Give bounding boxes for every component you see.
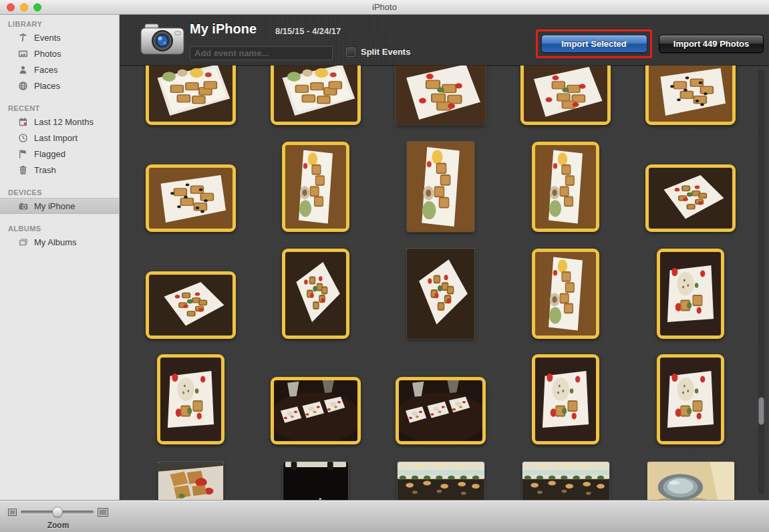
photo-thumbnail-waffle-cream[interactable]: [657, 354, 724, 444]
photo-thumbnail-waffle-skewers[interactable]: [146, 271, 236, 339]
person-icon: [17, 64, 29, 75]
photo-cell: [628, 65, 753, 125]
sidebar-section-library: LIBRARYEventsPhotosFacesPlaces: [0, 20, 119, 94]
photo-small-icon[interactable]: [8, 509, 17, 516]
photo-thumbnail-three-plates[interactable]: [271, 377, 361, 444]
split-events-label: Split Events: [361, 47, 410, 57]
sidebar-section-albums: ALBUMSMy Albums: [0, 225, 119, 250]
photo-thumbnail-waffle-icecream[interactable]: [532, 142, 599, 232]
sidebar-item-label: My iPhone: [34, 201, 75, 211]
photo-thumbnail-waffle-skewers[interactable]: [407, 249, 474, 339]
minimize-button[interactable]: [20, 3, 28, 11]
photo-thumbnail-latte[interactable]: [647, 462, 734, 500]
device-title: My iPhone: [190, 21, 257, 37]
sidebar-item-label: Trash: [34, 165, 56, 175]
camera-icon: [17, 201, 29, 211]
photo-thumbnail-waffle-platter[interactable]: [146, 65, 236, 125]
import-header: My iPhone 8/15/15 - 4/24/17 Split Events…: [120, 15, 769, 65]
photo-row: [128, 125, 753, 232]
scrollbar-thumb[interactable]: [758, 397, 764, 425]
photo-thumbnail-waffle-cream[interactable]: [657, 249, 724, 339]
photo-icon: [17, 48, 29, 59]
photo-thumbnail-waffle-cream[interactable]: [157, 354, 224, 444]
sidebar-item-last-12-months[interactable]: Last 12 Months: [0, 114, 119, 130]
sidebar-section-devices: DEVICESMy iPhone: [0, 188, 119, 214]
sidebar-section-header: LIBRARY: [0, 20, 119, 29]
sidebar-item-label: Photos: [34, 49, 61, 59]
photo-cell: [128, 125, 253, 232]
photo-cell: [378, 65, 503, 125]
photo-thumbnail-dark-interior[interactable]: [283, 462, 348, 500]
sidebar-item-last-import[interactable]: Last Import: [0, 130, 119, 146]
zoom-control: Zoom: [8, 505, 108, 530]
photo-cell: [253, 339, 378, 444]
scrollbar[interactable]: [758, 70, 764, 495]
titlebar: iPhoto: [0, 0, 769, 15]
event-name-input[interactable]: [190, 46, 333, 60]
sidebar-item-label: Faces: [34, 65, 57, 75]
zoom-window-button[interactable]: [33, 3, 41, 11]
sidebar-item-flagged[interactable]: Flagged: [0, 146, 119, 162]
sidebar-item-events[interactable]: Events: [0, 29, 119, 45]
photo-thumbnail-restaurant[interactable]: [398, 462, 484, 500]
photo-thumbnail-waffle-cream[interactable]: [532, 354, 599, 444]
photo-cell: [628, 232, 753, 339]
sidebar-section-header: RECENT: [0, 104, 119, 114]
sidebar-item-places[interactable]: Places: [0, 78, 119, 94]
sidebar-item-label: My Albums: [34, 237, 77, 247]
sidebar-item-trash[interactable]: Trash: [0, 162, 119, 178]
flag-icon: [17, 148, 29, 159]
sidebar-item-faces[interactable]: Faces: [0, 61, 119, 78]
photo-thumbnail-waffle-icecream[interactable]: [407, 142, 474, 232]
photo-thumbnail-waffle-berries[interactable]: [396, 65, 486, 125]
photo-thumbnail-waffle-blueberry[interactable]: [146, 164, 236, 232]
photo-thumbnail-waffle-skewers[interactable]: [645, 164, 736, 232]
split-events-checkbox[interactable]: [346, 47, 355, 57]
photo-thumbnail-waffle-icecream[interactable]: [282, 142, 349, 232]
sidebar-item-label: Flagged: [34, 149, 65, 159]
sidebar-section-header: DEVICES: [0, 188, 119, 198]
photo-cell: [128, 232, 253, 339]
window-title: iPhoto: [372, 2, 397, 12]
photo-row: [128, 444, 753, 500]
photo-thumbnail-waffle-platter[interactable]: [271, 65, 361, 125]
photo-thumbnail-three-plates[interactable]: [396, 377, 486, 444]
device-camera-icon: [140, 23, 184, 55]
photo-cell: [253, 232, 378, 339]
annotation-red-box: Import Selected: [536, 29, 652, 58]
photo-thumbnail-waffle-skewers[interactable]: [282, 249, 349, 339]
bottom-toolbar: Zoom: [0, 500, 769, 532]
sidebar-item-label: Last 12 Months: [34, 117, 94, 127]
photo-row: [128, 339, 753, 444]
sidebar-item-label: Places: [34, 81, 60, 91]
close-button[interactable]: [7, 3, 15, 11]
photo-thumbnail-waffle-blueberry[interactable]: [645, 65, 736, 125]
photo-cell: [253, 462, 378, 500]
photo-thumbnail-waffle-berries[interactable]: [520, 65, 611, 125]
photo-cell: [628, 125, 753, 232]
sidebar-item-photos[interactable]: Photos: [0, 45, 119, 61]
zoom-slider-thumb[interactable]: [52, 507, 63, 517]
calendar-icon: [17, 116, 29, 127]
photo-thumbnail-waffle-icecream[interactable]: [532, 249, 599, 339]
sidebar-section-header: ALBUMS: [0, 225, 119, 234]
photo-cell: [503, 339, 628, 444]
sidebar: LIBRARYEventsPhotosFacesPlacesRECENTLast…: [0, 15, 120, 500]
photo-cell: [378, 125, 503, 232]
sidebar-item-my-iphone[interactable]: My iPhone: [0, 198, 119, 214]
photo-row: [128, 232, 753, 339]
import-all-button[interactable]: Import 449 Photos: [659, 35, 764, 53]
import-selected-button[interactable]: Import Selected: [541, 35, 647, 53]
photo-cell: [503, 65, 628, 125]
albums-icon: [17, 237, 29, 247]
photo-thumbnail-waffle-closeup[interactable]: [158, 462, 223, 500]
photo-cell: [253, 65, 378, 125]
photo-large-icon[interactable]: [98, 508, 108, 517]
photo-cell: [378, 232, 503, 339]
zoom-slider[interactable]: [21, 511, 94, 513]
clock-icon: [17, 132, 29, 143]
iphoto-window: iPhoto LIBRARYEventsPhotosFacesPlacesREC…: [0, 0, 769, 532]
sidebar-item-my-albums[interactable]: My Albums: [0, 234, 119, 250]
photo-thumbnail-restaurant[interactable]: [522, 462, 609, 500]
zoom-label: Zoom: [8, 521, 108, 530]
